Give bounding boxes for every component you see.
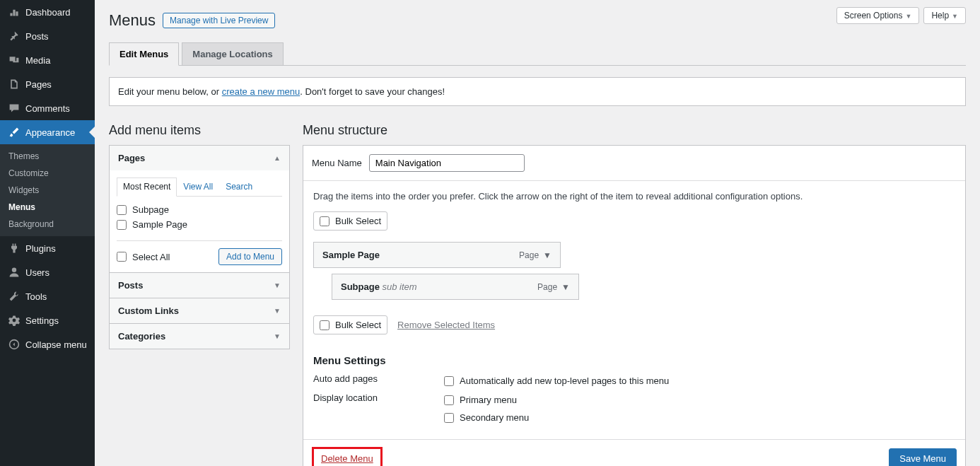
menu-structure-panel: Menu Name Drag the items into the order …: [303, 145, 966, 466]
sidebar-item-label: Collapse menu: [25, 339, 87, 350]
menu-settings-heading: Menu Settings: [313, 354, 955, 366]
menu-item-type: Page: [519, 250, 539, 260]
sidebar-item-comments[interactable]: Comments: [0, 96, 95, 120]
checkbox-label: Sample Page: [132, 219, 187, 230]
bulk-checkbox[interactable]: [320, 216, 329, 226]
admin-sidebar: Dashboard Posts Media Pages Comments App…: [0, 0, 95, 466]
chevron-down-icon: ▼: [561, 282, 570, 292]
chevron-down-icon: ▼: [274, 281, 281, 289]
delete-menu-link[interactable]: Delete Menu: [321, 453, 373, 464]
checkbox-secondary-menu[interactable]: [444, 413, 454, 423]
bulk-label: Bulk Select: [335, 320, 381, 330]
settings-icon: [7, 313, 21, 327]
chevron-down-icon: ▼: [274, 307, 281, 315]
sidebar-sub-background[interactable]: Background: [0, 216, 95, 233]
pin-icon: [7, 29, 21, 43]
accordion-custom-links-header[interactable]: Custom Links▼: [110, 298, 289, 323]
sidebar-item-label: Posts: [25, 31, 49, 42]
media-icon: [7, 53, 21, 67]
sidebar-sub-widgets[interactable]: Widgets: [0, 182, 95, 199]
auto-add-label: Auto add pages: [313, 373, 444, 384]
subtab-view-all[interactable]: View All: [177, 177, 219, 196]
sidebar-submenu: Themes Customize Widgets Menus Backgroun…: [0, 144, 95, 236]
save-menu-button[interactable]: Save Menu: [889, 448, 957, 466]
main-content: Screen Options▼ Help▼ Menus Manage with …: [95, 0, 980, 466]
sidebar-sub-menus[interactable]: Menus: [0, 199, 95, 216]
brush-icon: [7, 125, 21, 139]
sidebar-item-pages[interactable]: Pages: [0, 72, 95, 96]
plugin-icon: [7, 241, 21, 255]
tab-edit-menus[interactable]: Edit Menus: [109, 42, 179, 66]
checkbox-label: Automatically add new top-level pages to…: [460, 375, 669, 386]
nav-tabs: Edit Menus Manage Locations: [109, 42, 966, 66]
checkbox-sample-page[interactable]: [117, 220, 127, 230]
page-title: Menus: [109, 11, 156, 30]
bulk-label: Bulk Select: [335, 216, 381, 226]
accordion-label: Custom Links: [118, 305, 179, 316]
checkbox-label: Primary menu: [460, 395, 517, 405]
sidebar-item-users[interactable]: Users: [0, 260, 95, 284]
accordion-posts: Posts▼: [109, 272, 290, 298]
sidebar-item-dashboard[interactable]: Dashboard: [0, 0, 95, 24]
subtab-most-recent[interactable]: Most Recent: [117, 177, 177, 197]
drag-hint: Drag the items into the order you prefer…: [313, 191, 955, 202]
sidebar-item-label: Tools: [25, 291, 47, 302]
accordion-categories-header[interactable]: Categories▼: [110, 324, 289, 349]
checkbox-subpage[interactable]: [117, 205, 127, 215]
sidebar-item-posts[interactable]: Posts: [0, 24, 95, 48]
menu-item-title: Sample Page: [322, 250, 380, 260]
sidebar-item-label: Appearance: [25, 127, 75, 138]
menu-name-input[interactable]: [369, 154, 525, 172]
accordion-label: Posts: [118, 280, 143, 291]
tab-manage-locations[interactable]: Manage Locations: [182, 42, 283, 66]
remove-selected-link[interactable]: Remove Selected Items: [397, 320, 495, 330]
add-items-heading: Add menu items: [109, 123, 290, 138]
accordion-label: Pages: [118, 153, 145, 163]
accordion-pages: Pages▲ Most Recent View All Search Subpa…: [109, 145, 290, 273]
menu-item-subpage[interactable]: Subpage sub item Page▼: [332, 274, 579, 300]
menu-structure-heading: Menu structure: [303, 123, 966, 138]
chevron-up-icon: ▲: [274, 154, 281, 162]
chevron-down-icon: ▼: [274, 332, 281, 340]
sidebar-item-label: Comments: [25, 103, 70, 114]
checkbox-label: Secondary menu: [460, 412, 529, 423]
accordion-categories: Categories▼: [109, 323, 290, 349]
sidebar-item-tools[interactable]: Tools: [0, 284, 95, 308]
help-button[interactable]: Help▼: [923, 7, 966, 24]
accordion-label: Categories: [118, 331, 165, 342]
collapse-icon: [7, 337, 21, 351]
sidebar-item-appearance[interactable]: Appearance: [0, 120, 95, 144]
subtab-search[interactable]: Search: [219, 177, 259, 196]
checkbox-select-all[interactable]: [117, 252, 127, 262]
wrench-icon: [7, 289, 21, 303]
sidebar-item-label: Plugins: [25, 243, 56, 254]
select-all-label: Select All: [132, 252, 170, 262]
sidebar-item-label: Settings: [25, 315, 59, 326]
dashboard-icon: [7, 5, 21, 19]
sidebar-item-media[interactable]: Media: [0, 48, 95, 72]
checkbox-primary-menu[interactable]: [444, 395, 454, 405]
sidebar-item-collapse[interactable]: Collapse menu: [0, 332, 95, 356]
sidebar-item-plugins[interactable]: Plugins: [0, 236, 95, 260]
svg-point-0: [12, 268, 16, 272]
sidebar-item-label: Users: [25, 267, 49, 278]
sidebar-sub-themes[interactable]: Themes: [0, 148, 95, 165]
create-menu-link[interactable]: create a new menu: [222, 86, 301, 97]
bulk-select-bottom[interactable]: Bulk Select: [313, 315, 387, 334]
sidebar-item-settings[interactable]: Settings: [0, 308, 95, 332]
menu-item-sample-page[interactable]: Sample Page Page▼: [313, 242, 561, 268]
sub-item-label: sub item: [383, 281, 417, 292]
bulk-checkbox[interactable]: [320, 320, 329, 330]
help-label: Help: [931, 11, 949, 21]
manage-preview-button[interactable]: Manage with Live Preview: [163, 13, 275, 28]
sidebar-sub-customize[interactable]: Customize: [0, 165, 95, 182]
notice: Edit your menu below, or create a new me…: [109, 77, 966, 106]
accordion-posts-header[interactable]: Posts▼: [110, 273, 289, 298]
checkbox-auto-add[interactable]: [444, 376, 454, 386]
chevron-down-icon: ▼: [543, 250, 552, 260]
accordion-pages-header[interactable]: Pages▲: [110, 146, 289, 170]
bulk-select-top[interactable]: Bulk Select: [313, 211, 387, 231]
screen-options-button[interactable]: Screen Options▼: [836, 7, 920, 24]
sidebar-item-label: Media: [25, 55, 50, 66]
add-to-menu-button[interactable]: Add to Menu: [218, 248, 282, 265]
